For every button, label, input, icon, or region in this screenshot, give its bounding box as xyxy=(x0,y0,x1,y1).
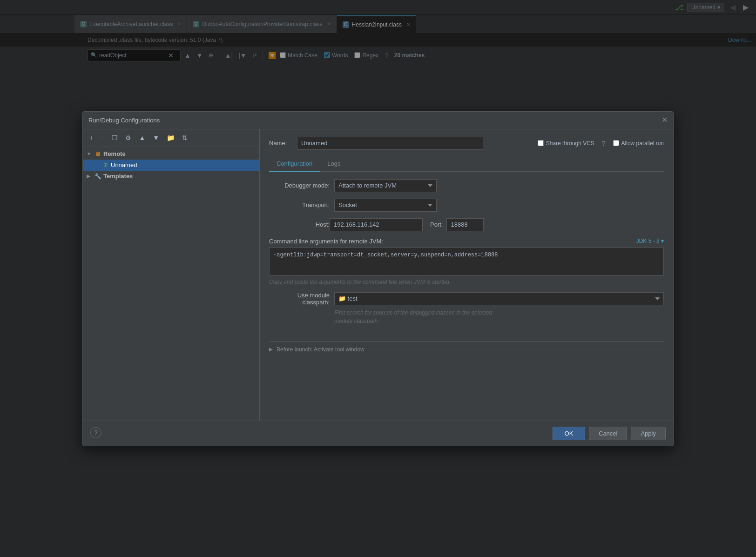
dialog-body: + − ❐ ⚙ ▲ ▼ 📁 ⇅ ▼ 🖥 Remote xyxy=(83,129,673,421)
host-input[interactable] xyxy=(330,218,423,231)
debugger-mode-label: Debugger mode: xyxy=(269,182,330,189)
copy-config-button[interactable]: ❐ xyxy=(109,132,121,143)
transport-label: Transport: xyxy=(269,201,330,208)
cmd-args-textarea[interactable]: -agentlib:jdwp=transport=dt_socket,serve… xyxy=(269,248,664,275)
tree-group-remote[interactable]: ▼ 🖥 Remote xyxy=(83,148,259,160)
allow-parallel-option[interactable]: Allow parallel run xyxy=(613,140,664,147)
tree-group-templates[interactable]: ▶ 🔧 Templates xyxy=(83,171,259,182)
allow-parallel-label: Allow parallel run xyxy=(621,140,664,147)
before-launch-label: Before launch: Activate tool window xyxy=(277,346,364,353)
folder-config-button[interactable]: 📁 xyxy=(164,132,177,143)
host-label: Host: xyxy=(269,221,330,228)
dialog-overlay: Run/Debug Configurations ✕ + − ❐ ⚙ ▲ ▼ 📁… xyxy=(0,0,756,557)
name-input[interactable] xyxy=(297,137,483,150)
host-port-row: Host: Port: xyxy=(269,218,664,231)
debugger-mode-row: Debugger mode: Attach to remote JVM List… xyxy=(269,179,664,192)
debugger-mode-select[interactable]: Attach to remote JVM Listen to remote JV… xyxy=(334,179,437,192)
tab-configuration-label: Configuration xyxy=(277,160,312,167)
allow-parallel-checkbox[interactable] xyxy=(613,140,619,146)
tree-arrow-remote: ▼ xyxy=(87,151,92,156)
cmd-args-section: Command line arguments for remote JVM: J… xyxy=(269,238,664,285)
dialog-title: Run/Debug Configurations xyxy=(88,117,160,124)
module-classpath-row: Use module classpath: 📁 test First searc… xyxy=(269,292,664,325)
module-classpath-header: Use module classpath: 📁 test xyxy=(269,292,664,306)
settings-config-button[interactable]: ⚙ xyxy=(122,132,134,143)
jdk-link[interactable]: JDK 5 - 8 ▾ xyxy=(636,238,664,244)
tab-configuration[interactable]: Configuration xyxy=(269,156,320,172)
config-tabs: Configuration Logs xyxy=(269,156,664,172)
transport-select[interactable]: Socket Shared memory xyxy=(334,199,437,212)
sort-config-button[interactable]: ⇅ xyxy=(179,132,190,143)
before-launch-header: ▶ Before launch: Activate tool window xyxy=(269,341,664,353)
tree-icon-templates: 🔧 xyxy=(94,173,101,180)
cmd-args-label: Command line arguments for remote JVM: xyxy=(269,238,383,245)
share-help-icon[interactable]: ? xyxy=(602,140,606,147)
tree-icon-remote: 🖥 xyxy=(94,150,101,158)
tree-icon-unnamed: ⊞ xyxy=(101,161,109,169)
tree-label-remote: Remote xyxy=(103,150,126,157)
transport-row: Transport: Socket Shared memory xyxy=(269,199,664,212)
module-hint: First search for sources of the debugged… xyxy=(334,309,664,325)
tab-logs[interactable]: Logs xyxy=(320,156,348,172)
run-debug-dialog: Run/Debug Configurations ✕ + − ❐ ⚙ ▲ ▼ 📁… xyxy=(82,111,674,446)
left-panel: + − ❐ ⚙ ▲ ▼ 📁 ⇅ ▼ 🖥 Remote xyxy=(83,129,260,421)
move-up-config-button[interactable]: ▲ xyxy=(136,132,148,143)
name-label: Name: xyxy=(269,140,292,147)
before-launch-section: ▶ Before launch: Activate tool window xyxy=(269,341,664,353)
before-launch-expand[interactable]: ▶ xyxy=(269,347,273,352)
module-select-wrap: 📁 test xyxy=(334,292,664,305)
module-classpath-label: Use module classpath: xyxy=(269,292,330,306)
name-row: Name: Share through VCS ? Allow parallel… xyxy=(269,137,664,150)
tree-label-unnamed: Unnamed xyxy=(111,161,137,168)
share-vcs-checkbox[interactable] xyxy=(538,140,544,146)
share-vcs-label: Share through VCS xyxy=(546,140,594,147)
share-options: Share through VCS ? Allow parallel run xyxy=(538,140,664,147)
cmd-args-hint: Copy and paste the arguments to the comm… xyxy=(269,279,664,285)
module-hint-line2: module classpath xyxy=(334,318,378,324)
dialog-help-button[interactable]: ? xyxy=(90,427,101,438)
remove-config-button[interactable]: − xyxy=(98,132,107,143)
dialog-footer: OK Cancel Apply xyxy=(83,421,673,446)
cancel-button[interactable]: Cancel xyxy=(589,427,627,440)
module-select[interactable]: 📁 test xyxy=(334,292,664,305)
tree-arrow-templates: ▶ xyxy=(87,174,92,179)
tab-logs-label: Logs xyxy=(327,160,340,167)
apply-button[interactable]: Apply xyxy=(631,427,666,440)
right-panel: Name: Share through VCS ? Allow parallel… xyxy=(260,129,673,421)
ok-button[interactable]: OK xyxy=(553,427,585,440)
left-panel-toolbar: + − ❐ ⚙ ▲ ▼ 📁 ⇅ xyxy=(83,129,259,147)
port-label: Port: xyxy=(430,221,443,228)
share-vcs-option[interactable]: Share through VCS xyxy=(538,140,594,147)
config-tree: ▼ 🖥 Remote ▶ ⊞ Unnamed ▶ 🔧 Templates xyxy=(83,147,259,421)
before-launch-line xyxy=(368,349,664,349)
module-hint-line1: First search for sources of the debugged… xyxy=(334,309,493,316)
tree-label-templates: Templates xyxy=(103,173,133,180)
tree-item-unnamed[interactable]: ▶ ⊞ Unnamed xyxy=(83,160,259,171)
dialog-title-bar: Run/Debug Configurations ✕ xyxy=(83,112,673,129)
port-input[interactable] xyxy=(446,218,484,231)
dialog-close-button[interactable]: ✕ xyxy=(662,116,668,124)
move-down-config-button[interactable]: ▼ xyxy=(150,132,162,143)
add-config-button[interactable]: + xyxy=(87,132,96,143)
cmd-args-header: Command line arguments for remote JVM: J… xyxy=(269,238,664,245)
